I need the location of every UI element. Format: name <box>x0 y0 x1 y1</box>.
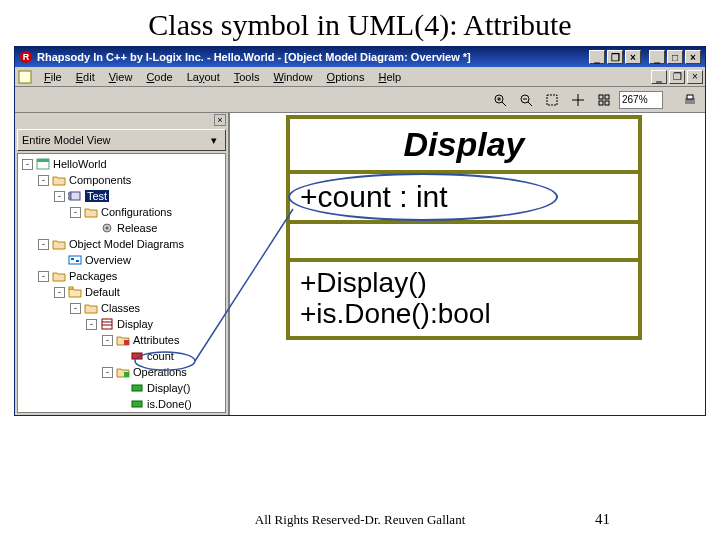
menu-window[interactable]: Window <box>266 69 319 85</box>
tree-node-is-done-[interactable]: is.Done() <box>18 396 225 412</box>
pan-button[interactable] <box>567 90 589 110</box>
browser-pane: × Entire Model View ▾ -HelloWorld-Compon… <box>15 113 230 415</box>
tree-node-default[interactable]: -Default <box>18 284 225 300</box>
tree-node-label: count <box>147 350 174 362</box>
menu-options[interactable]: Options <box>320 69 372 85</box>
tree-toggle-icon[interactable]: - <box>102 367 113 378</box>
tree-node-helloworld[interactable]: -HelloWorld <box>18 156 225 172</box>
tree-toggle-icon[interactable]: - <box>38 175 49 186</box>
grid-button[interactable] <box>593 90 615 110</box>
uml-attribute: +count : int <box>300 180 628 214</box>
menu-help[interactable]: Help <box>371 69 408 85</box>
tree-node-count[interactable]: count <box>18 348 225 364</box>
zoom-field[interactable]: 267% <box>619 91 663 109</box>
tree-toggle-icon[interactable]: - <box>38 271 49 282</box>
tree-node-object-model-diagrams[interactable]: -Object Model Diagrams <box>18 236 225 252</box>
menu-view[interactable]: View <box>102 69 140 85</box>
doc-minimize-button[interactable]: ‗ <box>651 70 667 84</box>
tree-toggle-icon[interactable]: - <box>86 319 97 330</box>
tree-toggle-icon[interactable]: - <box>70 303 81 314</box>
svg-rect-14 <box>605 95 609 99</box>
tree-toggle-icon[interactable]: - <box>54 287 65 298</box>
tree-node-label: Default <box>85 286 120 298</box>
svg-rect-27 <box>71 258 74 260</box>
mdi-system-icon[interactable] <box>17 69 33 85</box>
uml-class-box[interactable]: Display +count : int +Display() +is.Done… <box>286 115 642 340</box>
tree-node-label: Test <box>85 190 109 202</box>
browser-close-button[interactable]: × <box>214 114 226 126</box>
svg-rect-37 <box>132 401 142 407</box>
menu-layout[interactable]: Layout <box>180 69 227 85</box>
svg-point-25 <box>106 227 109 230</box>
model-tree[interactable]: -HelloWorld-Components-Test-Configuratio… <box>17 153 226 413</box>
comp-icon <box>68 190 82 202</box>
menu-tools[interactable]: Tools <box>227 69 267 85</box>
close-button[interactable]: × <box>685 50 701 64</box>
svg-text:R: R <box>23 52 30 62</box>
view-selector[interactable]: Entire Model View ▾ <box>17 129 226 151</box>
tree-node-overview[interactable]: Overview <box>18 252 225 268</box>
tree-node-label: Packages <box>69 270 117 282</box>
menu-code[interactable]: Code <box>139 69 179 85</box>
zoom-in-button[interactable] <box>489 90 511 110</box>
tree-node-label: HelloWorld <box>53 158 107 170</box>
svg-line-4 <box>502 102 506 106</box>
mdi-restore-button[interactable]: ❐ <box>607 50 623 64</box>
tree-node-packages[interactable]: -Packages <box>18 268 225 284</box>
tree-node-label: Attributes <box>133 334 179 346</box>
menu-file[interactable]: File <box>37 69 69 85</box>
uml-operation-1: +Display() <box>300 268 628 299</box>
tree-node-label: Object Model Diagrams <box>69 238 184 250</box>
cfg-icon <box>100 222 114 234</box>
svg-rect-10 <box>547 95 557 105</box>
tree-node-display[interactable]: -Display <box>18 316 225 332</box>
app-icon: R <box>19 50 33 64</box>
menu-edit[interactable]: Edit <box>69 69 102 85</box>
class-icon <box>100 318 114 330</box>
project-icon <box>36 158 50 170</box>
print-button[interactable] <box>679 90 701 110</box>
op-icon <box>130 382 144 394</box>
pkg-icon <box>68 286 82 298</box>
maximize-button[interactable]: □ <box>667 50 683 64</box>
mdi-minimize-button[interactable]: ‗ <box>589 50 605 64</box>
svg-rect-34 <box>132 353 142 359</box>
tree-node-test[interactable]: -Test <box>18 188 225 204</box>
doc-close-button[interactable]: × <box>687 70 703 84</box>
tree-node-classes[interactable]: -Classes <box>18 300 225 316</box>
mdi-close-button[interactable]: × <box>625 50 641 64</box>
svg-rect-18 <box>687 95 693 99</box>
svg-rect-13 <box>599 95 603 99</box>
minimize-button[interactable]: ‗ <box>649 50 665 64</box>
op-icon <box>130 398 144 410</box>
tree-toggle-icon[interactable]: - <box>102 335 113 346</box>
tree-toggle-icon[interactable]: - <box>54 191 65 202</box>
tree-toggle-icon[interactable]: - <box>22 159 33 170</box>
omd-icon <box>68 254 82 266</box>
tree-toggle-icon[interactable]: - <box>70 207 81 218</box>
tree-node-components[interactable]: -Components <box>18 172 225 188</box>
tree-node-label: Components <box>69 174 131 186</box>
svg-rect-28 <box>76 260 79 262</box>
tree-node-attributes[interactable]: -Attributes <box>18 332 225 348</box>
zoom-out-button[interactable] <box>515 90 537 110</box>
folder-icon <box>52 174 66 186</box>
svg-rect-35 <box>124 372 129 377</box>
diagram-canvas[interactable]: Display +count : int +Display() +is.Done… <box>230 113 705 415</box>
svg-rect-33 <box>124 340 129 345</box>
tree-node-release[interactable]: Release <box>18 220 225 236</box>
tree-node-display-[interactable]: Display() <box>18 380 225 396</box>
tree-node-operations[interactable]: -Operations <box>18 364 225 380</box>
slide-footer: All Rights Reserved-Dr. Reuven Gallant <box>0 512 720 528</box>
chevron-down-icon: ▾ <box>207 134 221 147</box>
titlebar: R Rhapsody In C++ by I-Logix Inc. - Hell… <box>15 47 705 67</box>
menubar: File Edit View Code Layout Tools Window … <box>15 67 705 87</box>
doc-restore-button[interactable]: ❐ <box>669 70 685 84</box>
tree-node-configurations[interactable]: -Configurations <box>18 204 225 220</box>
tree-node-label: is.Done() <box>147 398 192 410</box>
slide-page-number: 41 <box>595 511 610 528</box>
fit-button[interactable] <box>541 90 563 110</box>
view-selector-label: Entire Model View <box>22 134 110 146</box>
folder-icon <box>52 270 66 282</box>
tree-toggle-icon[interactable]: - <box>38 239 49 250</box>
